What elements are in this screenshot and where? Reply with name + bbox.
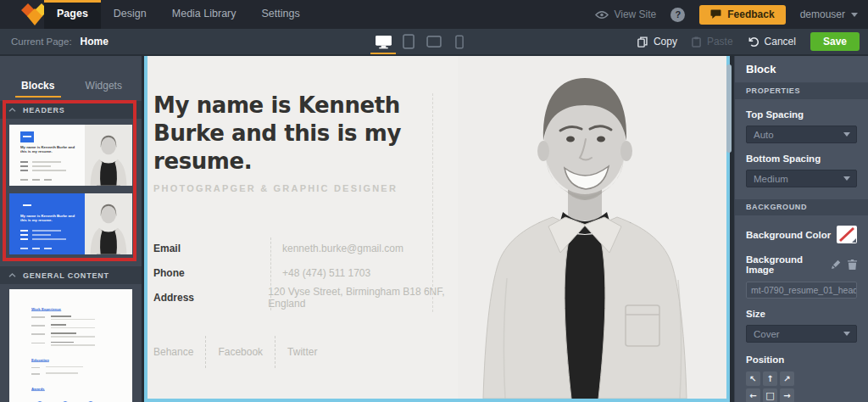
link-behance[interactable]: Behance: [153, 346, 193, 358]
background-section: Background Color Background Image mt: [735, 226, 868, 402]
undo-icon: [748, 36, 759, 47]
contact-label: Phone: [153, 267, 270, 279]
contact-row-address[interactable]: Address 120 Vyse Street, Birmingham B18 …: [153, 285, 459, 310]
tab-widgets[interactable]: Widgets: [71, 80, 137, 101]
current-page: Current Page: Home: [11, 29, 108, 54]
contact-value: +48 (474) 511 1703: [270, 267, 370, 279]
position-top-left-button[interactable]: ↖: [746, 371, 760, 386]
paste-label: Paste: [707, 36, 733, 47]
headers-thumbnails: My name is Kenneth Burke and this is my …: [0, 125, 142, 254]
cancel-button[interactable]: Cancel: [748, 36, 796, 47]
contact-value: 120 Vyse Street, Birmingham B18 6NF, Eng…: [256, 286, 459, 310]
block-thumbnail-resume-content[interactable]: Work Experience Education Awards: [9, 289, 132, 402]
background-image-row: Background Image: [746, 254, 857, 275]
tab-pages[interactable]: Pages: [44, 0, 101, 29]
block-thumbnail-header-blue[interactable]: My name is Kenneth Burke and this is my …: [9, 193, 132, 254]
current-page-label: Current Page:: [11, 36, 72, 47]
size-label: Size: [746, 309, 857, 319]
position-center-button[interactable]: □: [763, 388, 777, 402]
top-spacing-select[interactable]: Auto: [746, 126, 857, 143]
section-header-general-content[interactable]: GENERAL CONTENT: [0, 266, 142, 284]
header-block-preview[interactable]: My name is Kenneth Burke and this is my …: [147, 56, 726, 399]
background-color-swatch[interactable]: [837, 226, 857, 243]
bottom-spacing-label: Bottom Spacing: [746, 154, 857, 164]
position-right-button[interactable]: →: [780, 388, 794, 402]
tab-settings[interactable]: Settings: [249, 0, 313, 29]
smartphone-icon: [455, 35, 464, 49]
paste-button[interactable]: Paste: [692, 36, 733, 47]
toolbar-actions: Copy Paste Cancel Save: [637, 29, 860, 54]
thumb-heading: My name is Kenneth Burke and this is my …: [20, 145, 75, 154]
paste-icon: [692, 36, 701, 47]
save-button[interactable]: Save: [810, 32, 860, 51]
background-section-header: BACKGROUND: [735, 199, 868, 215]
copy-icon: [637, 36, 648, 47]
thumb-heading: My name is Kenneth Burke and this is my …: [20, 214, 75, 222]
top-navigation-bar: Pages Design Media Library Settings View…: [0, 0, 868, 29]
canvas-scrollbar[interactable]: [726, 64, 732, 153]
position-top-button[interactable]: ↑: [763, 371, 777, 386]
feedback-button[interactable]: Feedback: [699, 5, 785, 25]
view-site-label: View Site: [614, 8, 656, 20]
feedback-label: Feedback: [727, 8, 774, 20]
background-image-filename[interactable]: mt-0790_resume_01_header.jpg: [746, 282, 857, 299]
top-spacing-value: Auto: [754, 130, 774, 140]
current-page-value[interactable]: Home: [81, 36, 108, 47]
thumb-section-title: Awards: [31, 387, 45, 391]
size-select[interactable]: Cover: [746, 325, 857, 343]
device-desktop-button[interactable]: [370, 29, 396, 54]
link-twitter[interactable]: Twitter: [287, 346, 317, 358]
chevron-up-icon: [8, 273, 16, 277]
chevron-up-icon: [8, 108, 16, 112]
block-selection-border: [144, 399, 730, 402]
chevron-down-icon: [843, 132, 850, 137]
position-top-right-button[interactable]: ↗: [780, 371, 794, 386]
monitor-icon: [375, 35, 392, 49]
user-menu[interactable]: demouser: [800, 8, 858, 20]
thumb-photo: [85, 193, 132, 254]
dashed-divider: [275, 336, 275, 368]
header-background-photo: [458, 56, 726, 399]
website-builder-app: Pages Design Media Library Settings View…: [0, 0, 868, 402]
main-nav-tabs: Pages Design Media Library Settings: [44, 0, 313, 29]
tab-design[interactable]: Design: [101, 0, 159, 29]
link-facebook[interactable]: Facebook: [218, 346, 263, 358]
contact-row-phone[interactable]: Phone +48 (474) 511 1703: [153, 260, 459, 285]
resume-heading[interactable]: My name is Kenneth Burke and this is my …: [153, 92, 412, 176]
contact-row-email[interactable]: Email kenneth.burke@gmail.com: [153, 236, 459, 260]
resume-subtitle[interactable]: PHOTOGRAPGER & GRAPHIC DESIGNER: [153, 183, 398, 193]
view-site-button[interactable]: View Site: [595, 8, 656, 20]
section-header-headers[interactable]: HEADERS: [0, 101, 142, 119]
background-image-label: Background Image: [746, 254, 832, 275]
eye-icon: [595, 11, 609, 19]
position-label: Position: [746, 355, 857, 365]
top-spacing-label: Top Spacing: [746, 109, 857, 120]
chevron-down-icon: [843, 176, 850, 181]
device-tablet-portrait-button[interactable]: [396, 29, 421, 54]
device-phone-button[interactable]: [447, 29, 472, 54]
tab-media-library[interactable]: Media Library: [159, 0, 249, 29]
copy-button[interactable]: Copy: [637, 36, 677, 47]
edit-pencil-icon[interactable]: [832, 260, 841, 270]
background-color-row: Background Color: [746, 226, 857, 243]
copy-label: Copy: [654, 36, 677, 47]
social-links: Behance Facebook Twitter: [153, 336, 317, 368]
cancel-label: Cancel: [765, 36, 796, 47]
position-left-button[interactable]: ←: [746, 388, 760, 402]
thumb-social-lines: [20, 248, 52, 249]
chat-bubble-icon: [710, 9, 721, 20]
help-button[interactable]: ?: [670, 8, 685, 22]
bottom-spacing-select[interactable]: Medium: [746, 170, 857, 187]
blocks-sidebar: Blocks Widgets HEADERS My name is Kennet…: [0, 56, 142, 402]
chevron-down-icon: [851, 13, 858, 17]
general-content-thumbnails: Work Experience Education Awards: [0, 289, 142, 402]
properties-section: Top Spacing Auto Bottom Spacing Medium: [735, 109, 868, 187]
delete-trash-icon[interactable]: [848, 260, 857, 270]
contact-value: kenneth.burke@gmail.com: [270, 243, 403, 254]
device-preview-switcher: [370, 29, 472, 54]
device-tablet-landscape-button[interactable]: [421, 29, 447, 54]
tab-blocks[interactable]: Blocks: [5, 80, 71, 101]
thumb-photo: [85, 125, 132, 186]
page-toolbar: Current Page: Home Copy: [0, 29, 868, 56]
block-thumbnail-header-light[interactable]: My name is Kenneth Burke and this is my …: [9, 125, 132, 186]
